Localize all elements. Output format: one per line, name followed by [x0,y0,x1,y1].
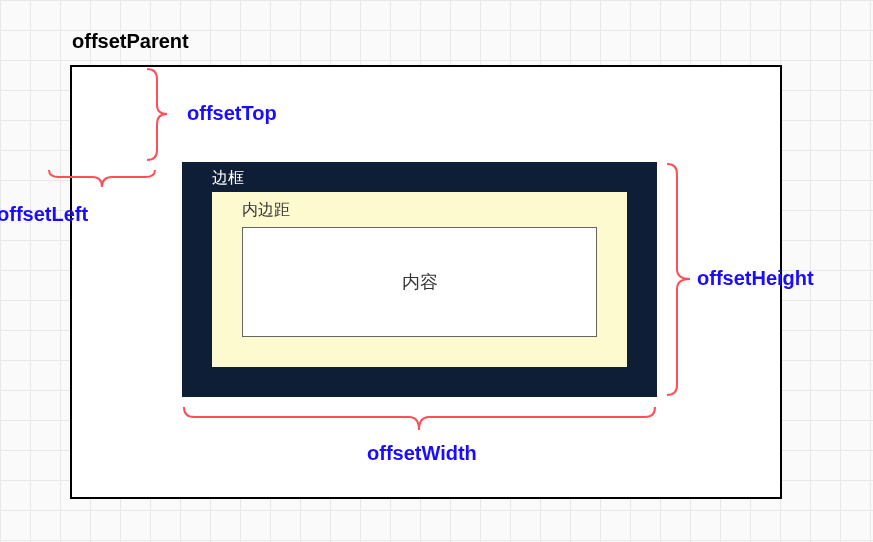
padding-box: 内边距 内容 [212,192,627,367]
border-box: 边框 内边距 内容 [182,162,657,397]
offset-left-label: offsetLeft [0,203,88,226]
offset-width-label: offsetWidth [367,442,477,465]
offset-top-label: offsetTop [187,102,277,125]
brace-bottom-icon [182,402,657,437]
border-label: 边框 [212,168,244,189]
brace-top-icon [132,67,172,162]
padding-label: 内边距 [242,200,290,221]
brace-left-icon [47,162,157,192]
offset-parent-box: offsetTop offsetLeft 边框 内边距 内容 offsetHei… [70,65,782,499]
offset-parent-label: offsetParent [72,30,189,53]
content-label: 内容 [402,270,438,294]
offset-height-label: offsetHeight [697,267,814,290]
brace-right-icon [662,162,697,397]
content-box: 内容 [242,227,597,337]
